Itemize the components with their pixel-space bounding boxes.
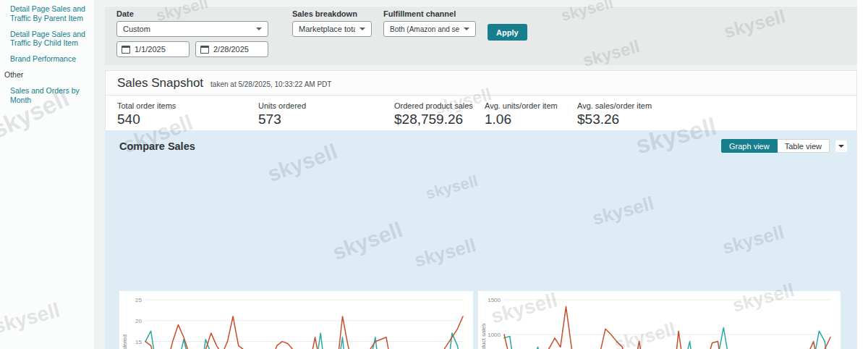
svg-text:20: 20 bbox=[135, 318, 142, 324]
stat-label: Units ordered bbox=[258, 101, 394, 110]
snapshot-stat: Total order items540 bbox=[117, 101, 258, 127]
fulfillment-value: Both (Amazon and seller) bbox=[390, 25, 459, 33]
units-ordered-chart: 05101520256. Jan13. Jan20. Jan27. Jan3. … bbox=[119, 291, 473, 349]
sidebar-link[interactable]: Detail Page Sales and Traffic By Parent … bbox=[10, 4, 88, 23]
reports-sidebar: Detail Page Sales and Traffic By Parent … bbox=[0, 0, 94, 349]
sidebar-section-label: Other bbox=[4, 70, 88, 79]
table-view-button[interactable]: Table view bbox=[778, 139, 830, 153]
snapshot-stat: Avg. units/order item1.06 bbox=[485, 101, 577, 127]
chevron-down-icon bbox=[838, 145, 844, 148]
stat-label: Avg. units/order item bbox=[485, 101, 577, 110]
right-margin bbox=[857, 0, 868, 349]
date-range-select[interactable]: Custom bbox=[116, 21, 268, 37]
sales-snapshot-section: Sales Snapshot taken at 5/28/2025, 10:33… bbox=[105, 70, 857, 137]
svg-text:1000: 1000 bbox=[488, 332, 501, 338]
snapshot-stat: Avg. sales/order item$53.26 bbox=[577, 101, 678, 127]
ordered-product-sales-chart: 0500100015006. Jan13. Jan20. Jan27. Jan3… bbox=[478, 291, 841, 349]
fulfillment-select[interactable]: Both (Amazon and seller) bbox=[383, 21, 476, 37]
calendar-icon bbox=[122, 46, 130, 54]
svg-text:Ordered product sales: Ordered product sales bbox=[480, 323, 487, 349]
sales-breakdown-group: Sales breakdown Marketplace total bbox=[292, 9, 372, 62]
date-range-value: Custom bbox=[123, 25, 150, 33]
svg-text:25: 25 bbox=[135, 297, 142, 303]
stat-value: 540 bbox=[117, 112, 258, 127]
date-label: Date bbox=[116, 9, 268, 18]
chevron-down-icon bbox=[359, 28, 365, 30]
snapshot-timestamp: taken at 5/28/2025, 10:33:22 AM PDT bbox=[210, 80, 331, 88]
sales-snapshot-title: Sales Snapshot bbox=[117, 76, 203, 91]
compare-sales-title: Compare Sales bbox=[119, 140, 721, 152]
date-to-input[interactable]: 2/28/2025 bbox=[195, 41, 268, 57]
charts-row: 05101520256. Jan13. Jan20. Jan27. Jan3. … bbox=[105, 291, 841, 349]
date-from-value: 1/1/2025 bbox=[135, 45, 166, 54]
compare-sales-header: Compare Sales Graph view Table view bbox=[105, 130, 857, 153]
snapshot-stat: Units ordered573 bbox=[258, 101, 394, 127]
svg-text:15: 15 bbox=[135, 339, 142, 345]
stat-label: Avg. sales/order item bbox=[577, 101, 678, 110]
stat-value: $53.26 bbox=[577, 112, 678, 127]
svg-text:1500: 1500 bbox=[488, 297, 501, 303]
collapse-section-button[interactable] bbox=[835, 140, 847, 152]
chevron-down-icon bbox=[256, 28, 262, 30]
date-to-value: 2/28/2025 bbox=[213, 45, 249, 54]
chevron-down-icon bbox=[464, 28, 469, 30]
apply-group: Apply bbox=[488, 9, 527, 62]
sales-snapshot-header: Sales Snapshot taken at 5/28/2025, 10:33… bbox=[106, 71, 856, 96]
sidebar-link[interactable]: Detail Page Sales and Traffic By Child I… bbox=[10, 30, 88, 49]
sidebar-link[interactable]: Brand Performance bbox=[10, 54, 88, 64]
date-from-input[interactable]: 1/1/2025 bbox=[116, 41, 190, 57]
stat-value: 573 bbox=[258, 112, 394, 127]
apply-button[interactable]: Apply bbox=[488, 24, 527, 41]
stat-value: $28,759.26 bbox=[394, 112, 485, 127]
fulfillment-group: Fulfillment channel Both (Amazon and sel… bbox=[383, 9, 476, 62]
sales-breakdown-label: Sales breakdown bbox=[292, 9, 372, 18]
stat-label: Total order items bbox=[117, 101, 258, 110]
fulfillment-label: Fulfillment channel bbox=[383, 9, 476, 18]
snapshot-stat: Ordered product sales$28,759.26 bbox=[394, 101, 485, 127]
filter-panel: Date Custom 1/1/2025 2/28/2025 Sales bre… bbox=[105, 6, 857, 65]
stat-label: Ordered product sales bbox=[394, 101, 485, 110]
date-inputs: 1/1/2025 2/28/2025 bbox=[116, 41, 268, 57]
sales-breakdown-value: Marketplace total bbox=[299, 25, 355, 33]
sales-breakdown-select[interactable]: Marketplace total bbox=[292, 21, 372, 37]
date-filter-group: Date Custom 1/1/2025 2/28/2025 bbox=[116, 9, 268, 62]
compare-sales-section: Compare Sales Graph view Table view 0510… bbox=[105, 130, 857, 349]
view-toggle: Graph view Table view bbox=[721, 139, 847, 153]
graph-view-button[interactable]: Graph view bbox=[721, 139, 778, 153]
calendar-icon bbox=[200, 46, 209, 54]
sidebar-link[interactable]: Sales and Orders by Month bbox=[10, 86, 88, 105]
svg-text:Units ordered: Units ordered bbox=[122, 335, 128, 349]
stat-value: 1.06 bbox=[485, 112, 577, 127]
